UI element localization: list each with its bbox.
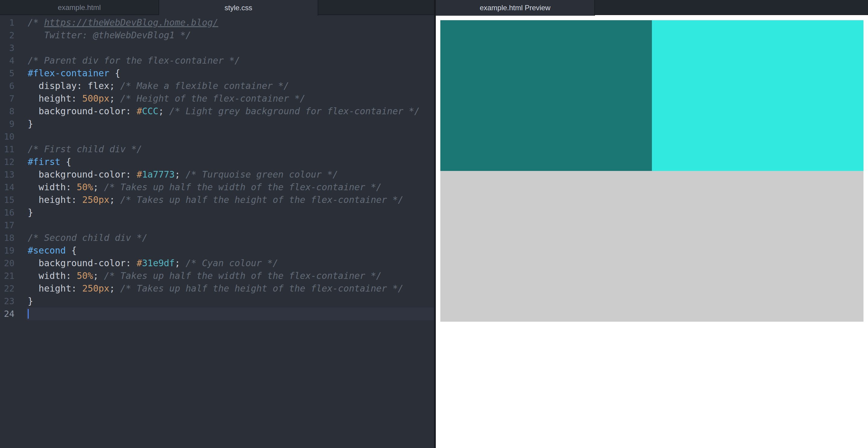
line-number: 2 xyxy=(0,29,14,41)
code-line-18[interactable]: 18/* Second child div */ xyxy=(0,232,434,244)
code-line-16[interactable]: 16} xyxy=(0,206,434,219)
token-selector: #flex-container xyxy=(28,68,110,79)
token-hex: 31e9df xyxy=(142,258,175,268)
code-text: /* https://theWebDevBlog.home.blog/ xyxy=(27,16,434,29)
token-comment-link: https://theWebDevBlog.home.blog/ xyxy=(44,17,218,28)
code-line-12[interactable]: 12#first { xyxy=(0,155,434,168)
line-number: 14 xyxy=(0,181,14,193)
token-plain: height: xyxy=(28,195,82,205)
token-number: 50% xyxy=(77,270,93,281)
code-line-3[interactable]: 3 xyxy=(0,41,434,54)
line-number: 21 xyxy=(0,270,14,282)
tab-example-html-preview[interactable]: example.html Preview xyxy=(436,0,595,16)
code-editor[interactable]: 1/* https://theWebDevBlog.home.blog/2 Tw… xyxy=(0,15,434,448)
code-line-9[interactable]: 9} xyxy=(0,118,434,130)
code-text: } xyxy=(27,118,434,130)
tab-label: example.html xyxy=(58,3,101,12)
preview-pane: example.html Preview xyxy=(436,0,868,448)
code-line-11[interactable]: 11/* First child div */ xyxy=(0,143,434,155)
code-line-10[interactable]: 10 xyxy=(0,130,434,143)
line-number: 20 xyxy=(0,257,14,270)
code-line-2[interactable]: 2 Twitter: @theWebDevBlog1 */ xyxy=(0,29,434,41)
token-plain: ; xyxy=(158,106,169,116)
code-line-13[interactable]: 13 background-color: #1a7773; /* Turquoi… xyxy=(0,168,434,181)
code-line-21[interactable]: 21 width: 50%; /* Takes up half the widt… xyxy=(0,270,434,282)
token-comment: /* Second child div */ xyxy=(28,233,147,243)
token-plain: background-color: xyxy=(28,106,136,116)
preview-page xyxy=(436,16,868,448)
code-text: /* Second child div */ xyxy=(27,232,434,244)
token-comment: /* xyxy=(28,17,44,28)
token-plain: background-color: xyxy=(28,169,136,180)
token-comment: /* Takes up half the width of the flex-c… xyxy=(104,270,381,281)
token-plain: height: xyxy=(28,283,82,294)
code-line-22[interactable]: 22 height: 250px; /* Takes up half the h… xyxy=(0,282,434,295)
token-comment: /* Make a flexible container */ xyxy=(120,81,289,91)
line-number: 3 xyxy=(0,41,14,54)
line-number: 15 xyxy=(0,193,14,206)
code-line-15[interactable]: 15 height: 250px; /* Takes up half the h… xyxy=(0,193,434,206)
token-plain: ; xyxy=(175,169,186,180)
token-plain: height: xyxy=(28,93,82,104)
tab-label: style.css xyxy=(224,4,252,12)
code-text: /* Parent div for the flex-container */ xyxy=(27,54,434,67)
token-plain: } xyxy=(28,296,33,306)
line-number: 17 xyxy=(0,219,14,232)
line-number: 4 xyxy=(0,54,14,67)
token-comment: Twitter: @theWebDevBlog1 */ xyxy=(28,30,191,40)
token-plain: ; xyxy=(110,283,120,294)
code-line-8[interactable]: 8 background-color: #CCC; /* Light grey … xyxy=(0,105,434,118)
code-line-24[interactable]: 24 xyxy=(0,307,434,320)
token-comment: /* Height of the flex-container */ xyxy=(120,93,305,104)
token-plain: ; xyxy=(175,258,186,268)
code-line-23[interactable]: 23} xyxy=(0,295,434,307)
line-number: 18 xyxy=(0,232,14,244)
preview-tab-bar: example.html Preview xyxy=(436,0,868,15)
code-text: #second { xyxy=(27,244,434,257)
token-hash: # xyxy=(136,258,142,268)
code-text xyxy=(27,41,434,54)
code-line-4[interactable]: 4/* Parent div for the flex-container */ xyxy=(0,54,434,67)
code-line-7[interactable]: 7 height: 500px; /* Height of the flex-c… xyxy=(0,92,434,105)
token-plain: background-color: xyxy=(28,258,136,268)
code-line-14[interactable]: 14 width: 50%; /* Takes up half the widt… xyxy=(0,181,434,193)
editor-pane: example.html style.css 1/* https://theWe… xyxy=(0,0,434,448)
line-number: 24 xyxy=(0,307,14,320)
token-hex: CCC xyxy=(142,106,158,116)
code-line-20[interactable]: 20 background-color: #31e9df; /* Cyan co… xyxy=(0,257,434,270)
line-number: 8 xyxy=(0,105,14,118)
token-number: 500px xyxy=(82,93,110,104)
line-number: 16 xyxy=(0,206,14,219)
code-text: width: 50%; /* Takes up half the width o… xyxy=(27,270,434,282)
code-text: background-color: #31e9df; /* Cyan colou… xyxy=(27,257,434,270)
preview-flex-container xyxy=(440,20,864,322)
code-line-1[interactable]: 1/* https://theWebDevBlog.home.blog/ xyxy=(0,16,434,29)
code-line-17[interactable]: 17 xyxy=(0,219,434,232)
code-text: } xyxy=(27,295,434,307)
line-number: 12 xyxy=(0,155,14,168)
line-number: 6 xyxy=(0,80,14,92)
code-text xyxy=(27,307,434,320)
tab-example-html[interactable]: example.html xyxy=(0,0,159,15)
code-line-19[interactable]: 19#second { xyxy=(0,244,434,257)
code-text: background-color: #1a7773; /* Turquoise … xyxy=(27,168,434,181)
token-comment: /* Parent div for the flex-container */ xyxy=(28,55,240,66)
code-text xyxy=(27,219,434,232)
line-number: 11 xyxy=(0,143,14,155)
line-number: 22 xyxy=(0,282,14,295)
code-text: } xyxy=(27,206,434,219)
token-comment: /* First child div */ xyxy=(28,144,142,154)
code-text: width: 50%; /* Takes up half the width o… xyxy=(27,181,434,193)
code-line-6[interactable]: 6 display: flex; /* Make a flexible cont… xyxy=(0,80,434,92)
code-line-5[interactable]: 5#flex-container { xyxy=(0,67,434,80)
code-text: Twitter: @theWebDevBlog1 */ xyxy=(27,29,434,41)
token-selector: #first xyxy=(28,156,60,167)
code-text: #first { xyxy=(27,155,434,168)
line-number: 23 xyxy=(0,295,14,307)
tab-style-css[interactable]: style.css xyxy=(159,0,318,16)
code-text: /* First child div */ xyxy=(27,143,434,155)
token-number: 250px xyxy=(82,195,110,205)
token-comment: /* Turquoise green colour */ xyxy=(186,169,338,180)
token-selector: #second xyxy=(28,245,66,256)
token-plain: { xyxy=(110,68,120,79)
